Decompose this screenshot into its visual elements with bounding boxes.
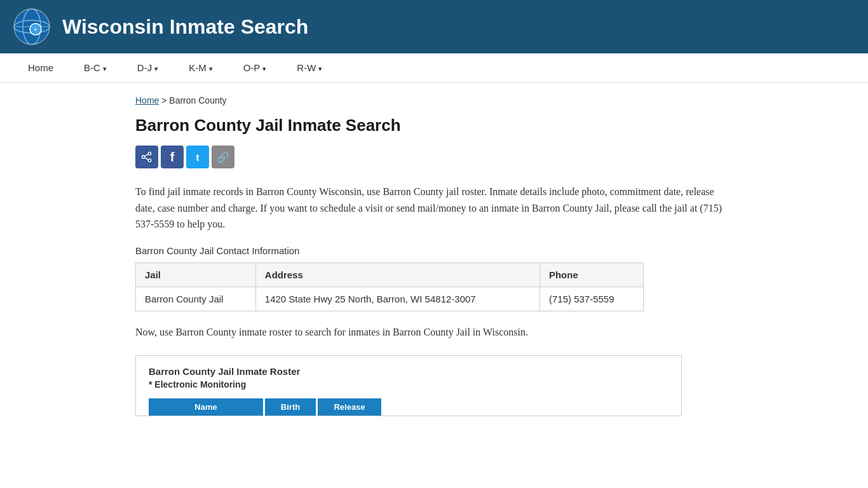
link-icon: 🔗 <box>217 151 229 163</box>
nav-arrow-km: ▾ <box>209 65 213 72</box>
site-header: + Wisconsin Inmate Search <box>0 0 868 53</box>
nav-item-op[interactable]: O-P▾ <box>228 53 282 82</box>
table-cell-jail: Barron County Jail <box>136 287 256 311</box>
breadcrumb-separator: > <box>161 95 166 105</box>
nav-item-rw[interactable]: R-W▾ <box>281 53 337 82</box>
svg-point-6 <box>148 152 151 155</box>
nav-item-km[interactable]: K-M▾ <box>173 53 228 82</box>
table-row: Barron County Jail 1420 State Hwy 25 Nor… <box>136 287 644 311</box>
roster-title: Barron County Jail Inmate Roster <box>149 366 668 377</box>
svg-point-7 <box>148 159 151 162</box>
facebook-icon: f <box>170 150 175 165</box>
main-nav: Home B-C▾ D-J▾ K-M▾ O-P▾ R-W▾ <box>0 53 868 83</box>
table-cell-address: 1420 State Hwy 25 North, Barron, WI 5481… <box>255 287 539 311</box>
roster-col-release[interactable]: Release <box>318 398 381 416</box>
roster-subtitle: * Electronic Monitoring <box>149 379 668 390</box>
svg-point-8 <box>142 156 145 159</box>
svg-line-9 <box>145 154 149 156</box>
nav-arrow-bc: ▾ <box>103 65 107 72</box>
nav-item-bc[interactable]: B-C▾ <box>69 53 122 82</box>
nav-item-dj[interactable]: D-J▾ <box>122 53 173 82</box>
nav-arrow-rw: ▾ <box>318 65 322 72</box>
table-header-address: Address <box>255 262 539 287</box>
site-logo: + <box>13 8 51 46</box>
table-cell-phone: (715) 537-5559 <box>539 287 643 311</box>
roster-col-name[interactable]: Name <box>149 398 263 416</box>
site-title: Wisconsin Inmate Search <box>62 15 308 39</box>
facebook-button[interactable]: f <box>161 146 184 168</box>
svg-line-10 <box>145 158 149 159</box>
svg-text:+: + <box>34 25 37 33</box>
breadcrumb-home-link[interactable]: Home <box>135 95 159 105</box>
contact-heading: Barron County Jail Contact Information <box>135 245 733 256</box>
now-use-text: Now, use Barron County inmate roster to … <box>135 324 733 341</box>
copy-link-button[interactable]: 🔗 <box>212 146 234 168</box>
breadcrumb-current: Barron County <box>169 95 226 105</box>
description-text: To find jail inmate records in Barron Co… <box>135 184 733 233</box>
table-header-jail: Jail <box>136 262 256 287</box>
roster-header-row: Name Birth Release <box>149 398 668 416</box>
contact-table: Jail Address Phone Barron County Jail 14… <box>135 262 644 311</box>
breadcrumb: Home > Barron County <box>135 95 733 105</box>
social-buttons: f t 🔗 <box>135 146 733 168</box>
roster-box: Barron County Jail Inmate Roster * Elect… <box>135 355 682 416</box>
roster-col-birth[interactable]: Birth <box>265 398 316 416</box>
page-title: Barron County Jail Inmate Search <box>135 116 733 135</box>
main-content: Home > Barron County Barron County Jail … <box>116 83 752 442</box>
twitter-button[interactable]: t <box>186 146 209 168</box>
share-button[interactable] <box>135 146 158 168</box>
table-header-phone: Phone <box>539 262 643 287</box>
nav-item-home[interactable]: Home <box>13 53 69 82</box>
nav-arrow-op: ▾ <box>262 65 266 72</box>
twitter-icon: t <box>196 152 200 163</box>
nav-arrow-dj: ▾ <box>154 65 158 72</box>
